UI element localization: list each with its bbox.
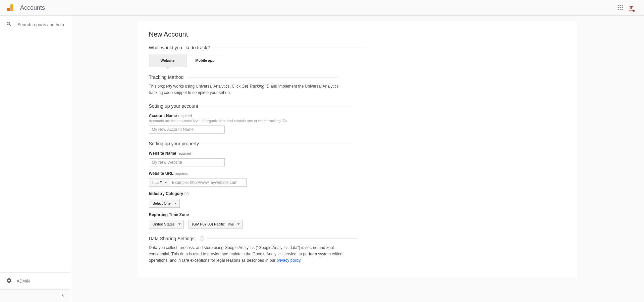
svg-point-9 xyxy=(620,9,621,10)
field-account-name: Account Namerequired Accounts are the to… xyxy=(149,113,566,134)
section-sharing: Data Sharing Settings? xyxy=(149,236,566,241)
website-url-input[interactable] xyxy=(169,179,247,187)
sharing-description: Data you collect, process, and store usi… xyxy=(149,245,354,264)
svg-point-10 xyxy=(622,9,623,10)
user-avatar[interactable]: IFw/o xyxy=(629,3,638,12)
field-website-url: Website URLrequired http:// xyxy=(149,171,566,187)
sidebar: ADMIN xyxy=(0,16,70,302)
apps-grid-icon[interactable] xyxy=(617,4,623,11)
field-industry: Industry Category? Select One xyxy=(149,191,566,207)
method-description: This property works using Universal Anal… xyxy=(149,83,354,96)
website-name-input[interactable] xyxy=(149,158,225,166)
section-property: Setting up your property xyxy=(149,141,566,146)
sidebar-item-admin[interactable]: ADMIN xyxy=(0,272,70,289)
search-input[interactable] xyxy=(17,22,74,27)
svg-point-7 xyxy=(622,7,623,8)
caret-down-icon xyxy=(164,182,167,183)
app-header: Accounts IFw/o xyxy=(0,0,644,16)
help-icon[interactable]: ? xyxy=(184,192,189,196)
svg-point-8 xyxy=(618,9,619,10)
account-name-input[interactable] xyxy=(149,125,225,134)
tab-mobile-app[interactable]: Mobile app xyxy=(186,54,224,67)
caret-down-icon xyxy=(178,223,181,225)
section-track: What would you like to track? xyxy=(149,45,566,50)
product-logo-icon xyxy=(6,4,14,12)
privacy-policy-link[interactable]: privacy policy xyxy=(276,258,300,263)
svg-point-3 xyxy=(620,5,621,6)
tab-website[interactable]: Website xyxy=(149,54,186,67)
section-method: Tracking Method xyxy=(149,74,566,80)
svg-rect-0 xyxy=(10,4,13,11)
caret-down-icon xyxy=(237,223,240,225)
chevron-left-icon xyxy=(60,293,65,299)
new-account-card: New Account What would you like to track… xyxy=(138,21,577,277)
admin-label: ADMIN xyxy=(17,279,30,284)
search-row xyxy=(0,16,70,32)
help-icon[interactable]: ? xyxy=(200,236,204,241)
caret-down-icon xyxy=(174,203,177,204)
field-timezone: Reporting Time Zone United States (GMT-0… xyxy=(149,212,566,229)
sidebar-collapse-button[interactable] xyxy=(0,289,70,302)
protocol-select[interactable]: http:// xyxy=(149,179,170,187)
page-header-title: Accounts xyxy=(20,4,617,11)
section-account: Setting up your account xyxy=(149,103,566,109)
search-icon xyxy=(6,21,12,28)
field-website-name: Website Namerequired xyxy=(149,151,566,166)
svg-point-2 xyxy=(618,5,619,6)
industry-select[interactable]: Select One xyxy=(149,199,180,208)
svg-point-5 xyxy=(618,7,619,8)
main-content: New Account What would you like to track… xyxy=(70,16,644,302)
timezone-select[interactable]: (GMT-07:00) Pacific Time xyxy=(189,220,243,229)
svg-text:w/o: w/o xyxy=(629,8,635,12)
svg-point-4 xyxy=(622,5,623,6)
timezone-country-select[interactable]: United States xyxy=(149,220,184,229)
track-tabs: Website Mobile app xyxy=(149,54,566,67)
page-title: New Account xyxy=(149,31,566,38)
gear-icon xyxy=(6,278,12,285)
svg-rect-1 xyxy=(7,8,10,11)
svg-point-6 xyxy=(620,7,621,8)
